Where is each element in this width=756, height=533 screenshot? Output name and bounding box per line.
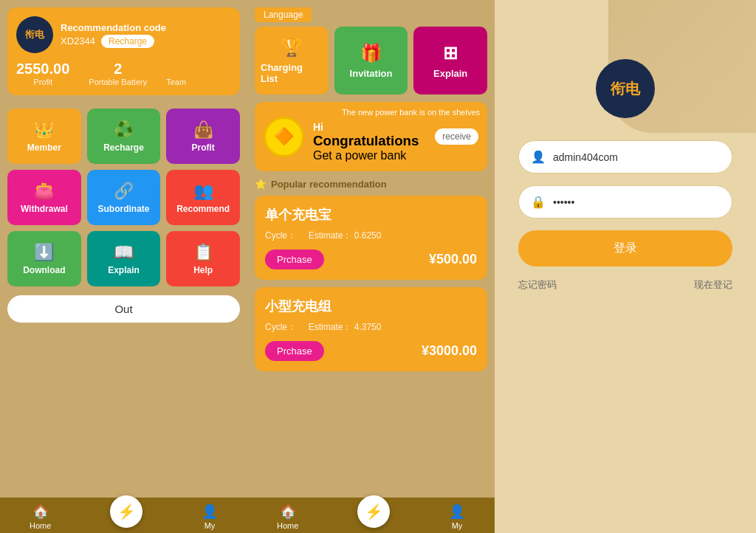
product-card-2: 小型充电组 Cycle： Estimate： 4.3750 Prchase ¥3…	[255, 287, 487, 371]
wallet-icon: 👛	[34, 182, 54, 201]
login-avatar: 衔电	[596, 59, 655, 118]
password-field-container: 🔒	[518, 185, 732, 219]
quick-actions: 🏆 Charging List 🎁 Invitation ⊞ Explain	[255, 27, 487, 94]
menu-profit[interactable]: 👜 Profit	[166, 109, 240, 164]
username-input[interactable]	[553, 151, 720, 163]
people-icon: 👥	[193, 182, 213, 201]
purchase-button-1[interactable]: Prchase	[265, 250, 324, 269]
bag-icon: 👜	[193, 120, 213, 140]
menu-recharge[interactable]: ♻️ Recharge	[87, 109, 161, 164]
menu-download[interactable]: ⬇️ Download	[7, 231, 81, 286]
login-form: 👤 🔒 登录 忘记密码 现在登记	[518, 140, 732, 292]
menu-withdrawal[interactable]: 👛 Withdrawal	[7, 170, 81, 225]
menu-recommend[interactable]: 👥 Recommend	[166, 170, 240, 225]
profit-label: Profit	[33, 78, 52, 86]
popular-section-title: ⭐ Popular recommendation	[255, 179, 487, 190]
product-meta-2: Cycle： Estimate： 4.3750	[265, 321, 477, 334]
language-badge[interactable]: Language	[255, 7, 312, 22]
panel-login: 衔电 👤 🔒 登录 忘记密码 现在登记	[495, 0, 756, 533]
purchase-button-2[interactable]: Prchase	[265, 341, 324, 361]
menu-member[interactable]: 👑 Member	[7, 109, 81, 164]
download-icon: ⬇️	[34, 243, 54, 262]
price-2: ¥3000.00	[422, 343, 477, 359]
coin-icon: 🔶	[264, 117, 304, 157]
crown-icon: 👑	[34, 120, 54, 140]
hierarchy-icon: 🔗	[114, 182, 134, 201]
login-button[interactable]: 登录	[518, 230, 732, 266]
menu-subordinate[interactable]: 🔗 Subordinate	[87, 170, 161, 225]
book-icon: 📖	[114, 243, 134, 262]
password-input[interactable]	[553, 196, 720, 208]
lightning-button[interactable]: ⚡	[110, 495, 142, 528]
register-link[interactable]: 现在登记	[694, 278, 732, 292]
gift-icon: 🎁	[360, 43, 382, 63]
price-1: ¥500.00	[429, 252, 477, 267]
nav-home[interactable]: 🏠 Home	[30, 503, 51, 530]
bottom-nav: 🏠 Home ⚡ 👤 My	[0, 498, 247, 533]
lightning-button-2[interactable]: ⚡	[357, 495, 390, 528]
action-charging-list[interactable]: 🏆 Charging List	[255, 27, 329, 94]
menu-help[interactable]: 📋 Help	[166, 231, 240, 286]
receive-button[interactable]: receive	[435, 128, 478, 145]
congrats-top-text: The new power bank is on the shelves	[299, 108, 480, 117]
panel-shop: Language 🏆 Charging List 🎁 Invitation ⊞ …	[247, 0, 495, 533]
congrats-subtitle: Get a power bank	[313, 149, 419, 162]
avatar: 衔电	[16, 16, 53, 53]
home-icon-2: 🏠	[280, 503, 296, 520]
profit-value: 2550.00	[16, 61, 69, 78]
help-icon: 📋	[193, 243, 213, 262]
person-icon-2: 👤	[449, 503, 465, 520]
nav-my[interactable]: 👤 My	[202, 503, 218, 530]
recycle-icon: ♻️	[114, 120, 134, 140]
home-icon: 🏠	[32, 503, 49, 520]
grid-icon: ⊞	[443, 43, 458, 63]
out-button[interactable]: Out	[7, 295, 240, 323]
rec-code-label: Recommendation code	[61, 22, 231, 33]
hi-label: Hi	[313, 121, 419, 133]
recharge-button[interactable]: Recharge	[101, 35, 154, 48]
product-title-1: 单个充电宝	[265, 206, 477, 224]
nav-home-2[interactable]: 🏠 Home	[277, 503, 298, 530]
nav-my-2[interactable]: 👤 My	[449, 503, 465, 530]
person-icon: 👤	[202, 503, 218, 520]
action-explain[interactable]: ⊞ Explain	[413, 27, 487, 94]
bottom-nav-2: 🏠 Home ⚡ 👤 My	[247, 498, 495, 533]
menu-explain[interactable]: 📖 Explain	[87, 231, 161, 286]
username-field-container: 👤	[518, 140, 732, 173]
product-meta-1: Cycle： Estimate： 0.6250	[265, 230, 477, 242]
team-label: Team	[166, 78, 186, 86]
battery-label: Portable Battery	[89, 78, 147, 86]
login-links: 忘记密码 现在登记	[518, 278, 732, 292]
battery-value: 2	[114, 61, 122, 78]
star-icon: ⭐	[255, 179, 267, 190]
menu-grid: 👑 Member ♻️ Recharge 👜 Profit 👛 Withdraw…	[7, 109, 240, 286]
lock-icon: 🔒	[531, 195, 546, 209]
user-header: 衔电 Recommendation code XD2344 Recharge 2…	[7, 7, 240, 95]
congrats-card: 🔶 The new power bank is on the shelves H…	[255, 102, 487, 171]
action-invitation[interactable]: 🎁 Invitation	[334, 27, 408, 94]
rec-code-value: XD2344	[61, 35, 95, 47]
congrats-title: Congratulations	[313, 133, 419, 149]
product-card-1: 单个充电宝 Cycle： Estimate： 0.6250 Prchase ¥5…	[255, 196, 487, 280]
panel-main: 衔电 Recommendation code XD2344 Recharge 2…	[0, 0, 247, 533]
forgot-password-link[interactable]: 忘记密码	[518, 278, 557, 292]
product-title-2: 小型充电组	[265, 298, 477, 315]
trophy-icon: 🏆	[281, 37, 303, 58]
user-icon: 👤	[531, 150, 546, 164]
